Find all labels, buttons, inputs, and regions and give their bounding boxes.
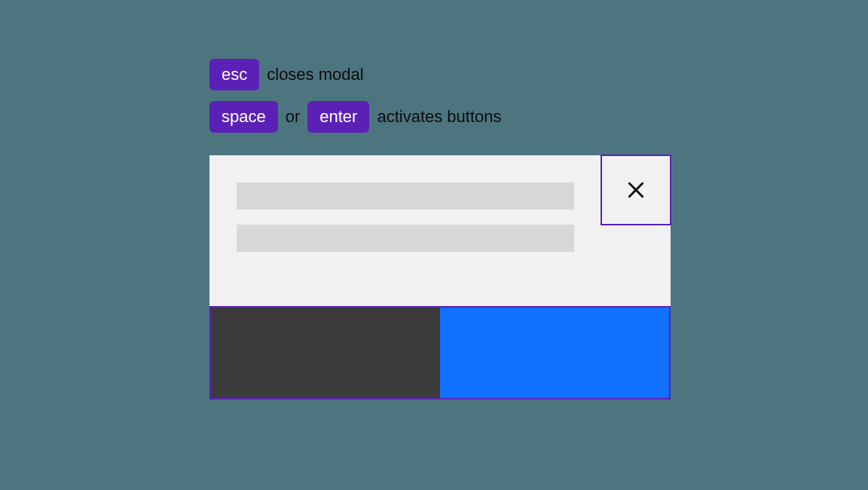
key-space: space — [209, 101, 278, 133]
modal-dialog — [209, 155, 671, 400]
placeholder-line — [237, 225, 574, 252]
placeholder-line — [237, 182, 574, 210]
close-button[interactable] — [601, 155, 671, 225]
key-enter: enter — [307, 101, 369, 133]
key-esc: esc — [209, 59, 259, 90]
legend-separator: or — [286, 107, 301, 127]
legend-row-esc: esc closes modal — [209, 59, 671, 90]
confirm-button[interactable] — [440, 308, 669, 398]
modal-footer — [209, 306, 671, 400]
legend-description-activate: activates buttons — [377, 107, 501, 127]
cancel-button[interactable] — [211, 308, 440, 398]
legend-description-esc: closes modal — [267, 65, 363, 84]
close-icon — [626, 180, 646, 200]
legend-row-activate: space or enter activates buttons — [209, 101, 671, 133]
